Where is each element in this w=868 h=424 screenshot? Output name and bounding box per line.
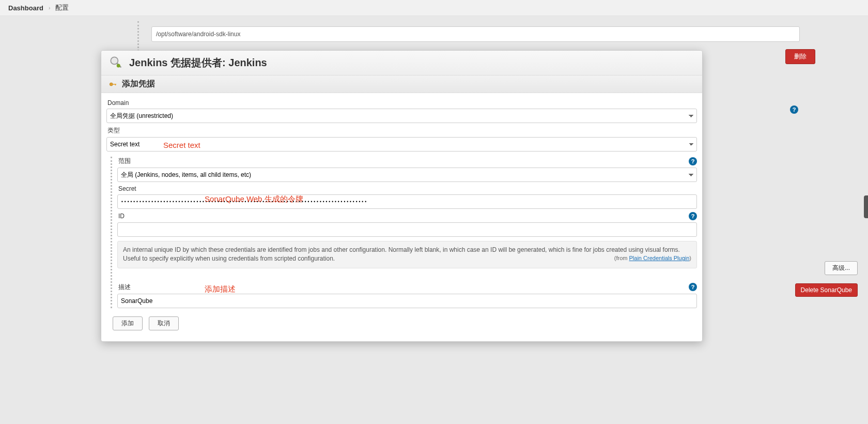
key-icon xyxy=(109,80,118,89)
breadcrumb-current: 配置 xyxy=(55,3,69,12)
android-sdk-path-input[interactable] xyxy=(151,26,800,42)
modal-subhead: 添加凭据 xyxy=(101,75,702,93)
svg-point-1 xyxy=(117,64,120,68)
svg-point-2 xyxy=(110,83,113,86)
domain-select[interactable]: 全局凭据 (unrestricted) xyxy=(106,109,697,123)
desc-help-icon[interactable]: ? xyxy=(689,283,697,291)
plain-credentials-plugin-link[interactable]: Plain Credentials Plugin xyxy=(629,255,690,261)
id-help-from: (from Plain Credentials Plugin) xyxy=(614,254,691,263)
domain-label: Domain xyxy=(107,99,697,107)
modal-subhead-text: 添加凭据 xyxy=(122,79,155,89)
modal-title: Jenkins 凭据提供者: Jenkins xyxy=(129,56,267,70)
secret-input[interactable] xyxy=(117,194,697,209)
delete-button[interactable]: 删除 xyxy=(785,49,815,64)
breadcrumb-home[interactable]: Dashboard xyxy=(8,4,43,12)
chevron-right-icon: › xyxy=(49,5,50,11)
add-button[interactable]: 添加 xyxy=(113,316,143,330)
delete-sonarqube-button[interactable]: Delete SonarQube xyxy=(795,283,858,297)
scope-help-icon[interactable]: ? xyxy=(689,157,697,165)
desc-input[interactable] xyxy=(117,294,697,308)
type-select[interactable]: Secret text xyxy=(106,137,697,152)
jenkins-credentials-icon xyxy=(109,55,123,71)
type-label: 类型 xyxy=(107,126,697,135)
modal-title-bar: Jenkins 凭据提供者: Jenkins xyxy=(101,51,702,75)
breadcrumb: Dashboard › 配置 xyxy=(0,0,868,16)
help-icon[interactable]: ? xyxy=(790,105,798,114)
id-help-box: An internal unique ID by which these cre… xyxy=(117,241,697,268)
secret-label: Secret xyxy=(118,185,697,192)
cancel-button[interactable]: 取消 xyxy=(149,316,179,330)
advanced-button-1[interactable]: 高级... xyxy=(825,261,858,275)
svg-rect-4 xyxy=(115,84,116,85)
scope-label: 范围 xyxy=(118,157,131,165)
id-input[interactable] xyxy=(117,222,697,237)
id-help-text: An internal unique ID by which these cre… xyxy=(123,246,680,262)
side-tab-handle[interactable] xyxy=(864,195,868,218)
desc-label: 描述 xyxy=(118,283,131,292)
id-label: ID xyxy=(118,213,125,220)
scope-select[interactable]: 全局 (Jenkins, nodes, items, all child ite… xyxy=(117,168,697,182)
credentials-modal: Jenkins 凭据提供者: Jenkins 添加凭据 Domain 全局凭据 … xyxy=(101,50,703,342)
id-help-icon[interactable]: ? xyxy=(689,212,697,220)
